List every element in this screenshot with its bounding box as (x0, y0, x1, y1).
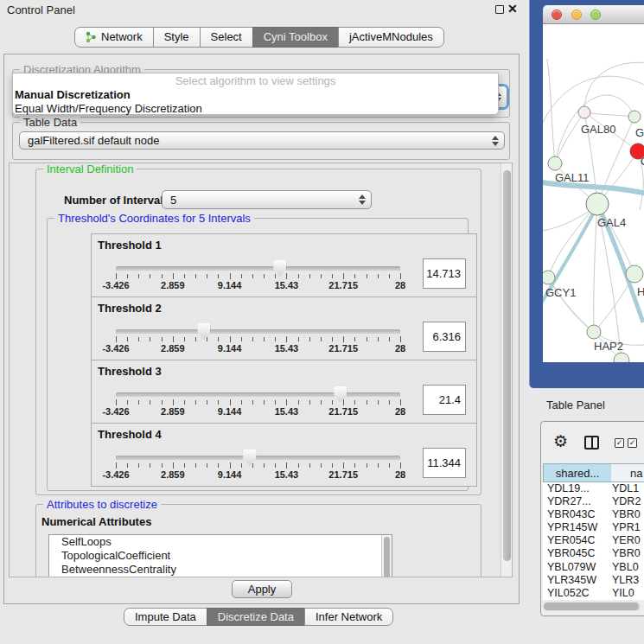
column-header-name[interactable]: na (611, 463, 644, 482)
shared-name-cell[interactable]: YDR27... (543, 495, 612, 507)
shared-name-cell[interactable]: YBL079W (543, 561, 612, 573)
table-row[interactable]: YBR045CYBR0 (543, 547, 644, 560)
slider-tick (150, 400, 150, 405)
slider-thumb[interactable] (243, 450, 256, 466)
table-row[interactable]: YIL052CYIL0 (543, 587, 644, 600)
list-scrollbar-thumb[interactable] (384, 537, 390, 577)
shared-name-cell[interactable]: YPR145W (543, 521, 612, 533)
apply-button[interactable]: Apply (232, 580, 292, 598)
table-scrollbar-thumb[interactable] (544, 603, 639, 610)
algorithm-option-equal-width[interactable]: Equal Width/Frequency Discretization (13, 102, 498, 116)
table-row[interactable]: YDR27...YDR2 (543, 495, 644, 508)
checkbox-icon[interactable]: ✓ (615, 438, 624, 448)
attributes-legend: Attributes to discretize (43, 498, 161, 511)
table-row[interactable]: YBR043CYBR0 (543, 508, 644, 521)
tab-infer-network[interactable]: Infer Network (304, 608, 393, 626)
slider-tick (378, 337, 379, 341)
slider-tick (195, 274, 196, 278)
tab-network[interactable]: Network (74, 27, 154, 48)
shared-name-cell[interactable]: YDL19... (543, 482, 612, 494)
slider-tick (354, 400, 355, 405)
table-row[interactable]: YLR345WYLR3 (543, 574, 644, 587)
tab-style[interactable]: Style (153, 27, 201, 48)
numerical-attributes-list[interactable]: SelfLoopsTopologicalCoefficientBetweenne… (48, 534, 392, 577)
slider-tick (321, 337, 322, 341)
network-canvas[interactable]: GAL80 GA C GAL11 GAL4 GCY1 H HAP2 (543, 24, 644, 362)
float-panel-icon[interactable] (495, 5, 504, 14)
name-cell[interactable]: YPR1 (612, 521, 641, 533)
column-header-shared-name[interactable]: shared... (543, 463, 612, 482)
shared-name-cell[interactable]: YIL052C (543, 587, 612, 599)
tab-discretize-data[interactable]: Discretize Data (207, 608, 305, 626)
name-cell[interactable]: YLR3 (612, 574, 639, 586)
name-cell[interactable]: YDR2 (612, 495, 641, 507)
slider-tick (230, 336, 231, 342)
node-gal80[interactable] (578, 106, 590, 118)
slider-thumb[interactable] (197, 323, 210, 340)
slider-tick (173, 336, 174, 342)
node-gcy1[interactable] (543, 271, 555, 284)
close-panel-icon[interactable]: ✕ (507, 2, 518, 16)
name-cell[interactable]: YDL1 (612, 482, 639, 494)
settings-scrollbar-thumb[interactable] (503, 170, 511, 561)
tab-select[interactable]: Select (200, 27, 253, 48)
table-row[interactable]: YPR145WYPR1 (543, 521, 644, 534)
threshold-value-field[interactable]: 21.4 (423, 385, 466, 415)
minimize-window-icon[interactable] (571, 10, 582, 20)
algorithm-option-manual[interactable]: Manual Discretization (13, 88, 498, 102)
network-window-titlebar[interactable] (543, 5, 644, 24)
slider-tick (150, 337, 150, 341)
table-data-combo[interactable]: galFiltered.sif default node (19, 131, 505, 150)
node-gal4[interactable] (586, 193, 609, 215)
thresholds-legend: Threshold's Coordinates for 5 Intervals (54, 212, 254, 225)
shared-name-cell[interactable]: YLR345W (543, 574, 612, 586)
shared-name-cell[interactable]: YER054C (543, 534, 612, 546)
threshold-value-field[interactable]: 11.344 (423, 448, 466, 478)
table-row[interactable]: YER054CYER0 (543, 534, 644, 547)
attribute-list-item[interactable]: TopologicalCoefficient (49, 549, 392, 563)
slider-thumb[interactable] (334, 386, 347, 403)
attribute-list-item[interactable]: SelfLoops (49, 535, 392, 549)
slider-tick (321, 463, 322, 468)
node-partial-top[interactable] (628, 111, 641, 123)
zoom-window-icon[interactable] (590, 10, 601, 20)
slider-tick-label: 2.859 (161, 280, 185, 290)
node-hap2[interactable] (587, 325, 601, 339)
name-cell[interactable]: YER0 (612, 534, 641, 546)
table-row[interactable]: YBL079WYBL0 (543, 561, 644, 574)
name-cell[interactable]: YBL0 (612, 561, 639, 573)
tab-label: jActiveMNodules (349, 28, 433, 47)
name-cell[interactable]: YIL0 (612, 587, 634, 599)
name-cell[interactable]: YBR0 (612, 508, 641, 520)
attribute-list-item[interactable]: BetweennessCentrality (49, 563, 392, 577)
slider-track[interactable] (116, 456, 400, 460)
slider-tick (332, 400, 333, 405)
node-bottom-partial[interactable] (614, 353, 629, 362)
table-row[interactable]: YDL19...YDL1 (543, 482, 644, 495)
tab-jactivemnodules[interactable]: jActiveMNodules (338, 27, 444, 48)
slider-track[interactable] (116, 329, 400, 334)
checkbox-icon[interactable]: ✓ (628, 438, 637, 448)
number-of-intervals-combo[interactable]: 5 (162, 190, 372, 209)
name-cell[interactable]: YBR0 (612, 547, 641, 559)
node-gal11[interactable] (548, 156, 562, 170)
settings-vertical-scrollbar[interactable] (501, 163, 513, 577)
tab-impute-data[interactable]: Impute Data (124, 608, 207, 626)
shared-name-cell[interactable]: YBR045C (543, 547, 612, 559)
shared-name-cell[interactable]: YBR043C (543, 508, 612, 520)
slider-tick (367, 274, 367, 278)
threshold-value-field[interactable]: 6.316 (423, 322, 466, 352)
gear-icon[interactable]: ⚙ (553, 431, 568, 451)
slider-tick (138, 337, 139, 341)
list-scrollbar[interactable] (381, 535, 392, 577)
close-window-icon[interactable] (552, 10, 562, 20)
split-columns-icon[interactable] (584, 436, 599, 450)
node-partial-low[interactable] (626, 265, 643, 283)
algorithm-hint-option[interactable]: Select algorithm to view settings (13, 74, 498, 88)
tab-cyni-toolbox[interactable]: Cyni Toolbox (252, 27, 339, 48)
slider-track[interactable] (116, 392, 400, 397)
table-horizontal-scrollbar[interactable] (543, 602, 641, 611)
interval-definition-legend: Interval Definition (43, 163, 137, 175)
threshold-value-field[interactable]: 14.713 (423, 258, 466, 289)
slider-track[interactable] (116, 266, 400, 271)
